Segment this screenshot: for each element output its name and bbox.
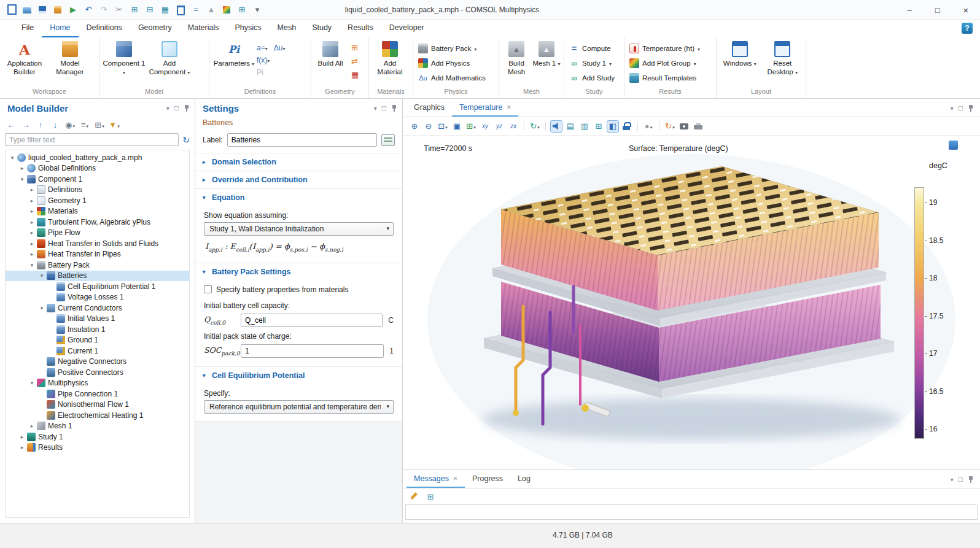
expand-arrow-icon[interactable]: ▸ xyxy=(18,444,26,450)
expand-arrow-icon[interactable]: ▸ xyxy=(28,423,36,429)
snapshot-icon[interactable] xyxy=(679,121,690,132)
forward-icon[interactable]: → xyxy=(20,119,32,130)
model-manager-button[interactable]: Model Manager xyxy=(47,39,93,77)
zoom-extents-icon[interactable]: ▣ xyxy=(451,121,462,132)
panel-menu-icon[interactable] xyxy=(374,104,377,112)
zoom-out-icon[interactable]: ⊖ xyxy=(423,121,434,132)
help-icon[interactable] xyxy=(962,23,973,34)
section-battery-pack-settings[interactable]: ▾ Battery Pack Settings xyxy=(195,263,402,280)
undo-icon[interactable]: ↶ xyxy=(83,4,94,15)
tree-item[interactable]: ▾Batteries xyxy=(6,271,189,282)
view-xy-icon[interactable]: xy xyxy=(480,121,491,132)
zoom-in-icon[interactable]: ⊕ xyxy=(409,121,420,132)
transparency-icon[interactable]: ◧ xyxy=(607,121,618,132)
soc-input[interactable] xyxy=(241,344,384,358)
add-component-button[interactable]: Add Component xyxy=(147,39,192,77)
menu-item-home[interactable]: Home xyxy=(42,20,78,37)
menu-item-study[interactable]: Study xyxy=(304,20,340,37)
view-yz-icon[interactable]: yz xyxy=(494,121,505,132)
copy-table-icon[interactable]: ⊞ xyxy=(129,4,140,15)
lock-icon[interactable] xyxy=(621,121,632,132)
go-to-view-icon[interactable]: ⊞ xyxy=(465,121,476,132)
expand-arrow-icon[interactable]: ▸ xyxy=(28,251,36,257)
collapse-arrow-icon[interactable]: ▾ xyxy=(37,305,46,311)
section-domain-selection[interactable]: ▸ Domain Selection xyxy=(195,153,402,171)
battery-pack-3d-view[interactable] xyxy=(403,136,980,469)
customize-toolbar-icon[interactable]: ▾ xyxy=(252,4,263,15)
tree-item[interactable]: Pipe Connection 1 xyxy=(6,388,189,399)
open-icon[interactable] xyxy=(21,4,33,15)
expand-arrow-icon[interactable]: ▸ xyxy=(28,208,36,214)
mesh-1-button[interactable]: Mesh 1 xyxy=(532,39,561,68)
build-mesh-icon[interactable]: ▲ xyxy=(206,4,217,15)
tree-item[interactable]: ▾liquid_cooled_battery_pack_a.mph xyxy=(6,152,189,163)
run-icon[interactable]: ▶ xyxy=(68,4,79,15)
tree-item[interactable]: ▸Pipe Flow xyxy=(6,228,189,239)
tree-item[interactable]: Positive Connectors xyxy=(6,367,189,378)
update-icon[interactable]: ↻ xyxy=(664,121,675,132)
menu-item-definitions[interactable]: Definitions xyxy=(79,20,130,37)
zoom-box-icon[interactable]: ⊡ xyxy=(437,121,448,132)
compute-button[interactable]: Compute xyxy=(567,42,616,54)
build-all-button[interactable]: Build All xyxy=(313,39,348,68)
tree-item[interactable]: Cell Equilibrium Potential 1 xyxy=(6,281,189,292)
tree-item[interactable]: ▸Turbulent Flow, Algebraic yPlus xyxy=(6,217,189,228)
tree-item[interactable]: ▾Battery Pack xyxy=(6,260,189,271)
specify-dropdown[interactable]: Reference equilibrium potential and temp… xyxy=(204,400,394,414)
parameters-button[interactable]: Parameters xyxy=(211,39,257,68)
parameter-case-button[interactable]: Pi xyxy=(257,68,263,77)
graphics-tab-temperature[interactable]: Temperature× xyxy=(452,99,518,117)
menu-item-results[interactable]: Results xyxy=(340,20,381,37)
filter-icon[interactable]: ▼ xyxy=(108,119,120,130)
evaluate-icon[interactable]: ⊞ xyxy=(236,4,247,15)
expand-arrow-icon[interactable]: ▸ xyxy=(28,187,36,193)
compute-icon[interactable]: = xyxy=(190,4,201,15)
tree-item[interactable]: ▸Study 1 xyxy=(6,431,189,442)
panel-menu-icon[interactable] xyxy=(166,104,169,112)
panel-menu-icon[interactable] xyxy=(951,104,954,112)
tree-item[interactable]: Nonisothermal Flow 1 xyxy=(6,399,189,411)
tree-item[interactable]: ▾Multiphysics xyxy=(6,378,189,389)
messages-tab-messages[interactable]: Messages× xyxy=(406,470,465,488)
tree-item[interactable]: ▸Materials xyxy=(6,206,189,217)
tree-item[interactable]: ▸Heat Transfer in Solids and Fluids xyxy=(6,238,189,249)
collapse-all-icon[interactable]: ≡ xyxy=(79,119,91,130)
close-button[interactable]: × xyxy=(952,0,980,20)
add-study-button[interactable]: Add Study xyxy=(567,72,616,83)
study-1-button[interactable]: Study 1 xyxy=(567,57,616,69)
collapse-arrow-icon[interactable]: ▾ xyxy=(28,380,36,386)
tree-item[interactable]: ▸Mesh 1 xyxy=(6,421,189,432)
collapse-arrow-icon[interactable]: ▾ xyxy=(18,176,26,182)
close-tab-icon[interactable]: × xyxy=(453,474,457,483)
panel-float-icon[interactable] xyxy=(959,475,963,484)
result-templates-button[interactable]: Result Templates xyxy=(628,72,702,83)
delete-icon[interactable] xyxy=(175,4,186,15)
expand-arrow-icon[interactable]: ▸ xyxy=(28,219,36,225)
add-physics-button[interactable]: Add Physics xyxy=(416,57,488,69)
tree-item[interactable]: Negative Connectors xyxy=(6,357,189,368)
tree-item[interactable]: ▸Heat Transfer in Pipes xyxy=(6,249,189,260)
tree-item[interactable]: Ground 1 xyxy=(6,335,189,346)
tree-item[interactable]: ▸Definitions xyxy=(6,185,189,196)
clear-icon[interactable] xyxy=(409,491,420,502)
functions-button[interactable]: f(x) xyxy=(257,56,270,64)
tree-item[interactable]: Initial Values 1 xyxy=(6,314,189,325)
back-icon[interactable]: ← xyxy=(5,119,17,130)
graphics-canvas[interactable]: Time=72000 s Surface: Temperature (degC)… xyxy=(403,136,980,469)
import-geometry-icon[interactable]: ⊞ xyxy=(351,43,359,52)
label-input[interactable] xyxy=(227,133,377,147)
tree-item[interactable]: Insulation 1 xyxy=(6,324,189,335)
copy-table-icon[interactable]: ⊞ xyxy=(425,491,436,502)
tree-item[interactable]: Electrochemical Heating 1 xyxy=(6,410,189,421)
show-icon[interactable]: ◉ xyxy=(64,119,76,130)
save-icon[interactable] xyxy=(37,4,48,15)
livelink-icon[interactable]: ⇄ xyxy=(351,56,359,66)
temperature-plot-button[interactable]: Temperature (ht) xyxy=(628,42,702,54)
cut-icon[interactable]: ✂ xyxy=(114,4,125,15)
tree-item[interactable]: ▸Geometry 1 xyxy=(6,195,189,206)
new-file-icon[interactable] xyxy=(6,4,17,15)
tree-filter-input[interactable] xyxy=(5,133,179,146)
variables-button[interactable]: a= xyxy=(257,44,268,52)
section-cell-equilibrium-potential[interactable]: ▾ Cell Equilibrium Potential xyxy=(195,366,402,384)
scene-light-icon[interactable]: ● xyxy=(643,121,654,132)
